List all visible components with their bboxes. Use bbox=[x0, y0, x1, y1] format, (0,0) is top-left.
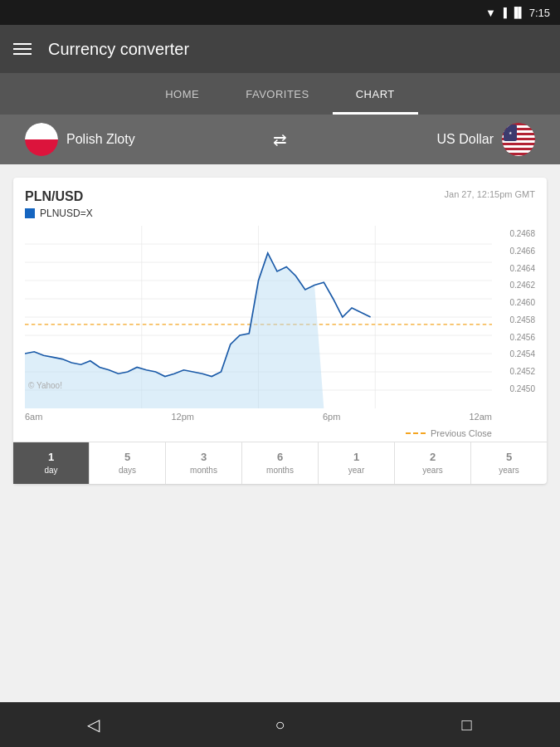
x-label-12pm: 12pm bbox=[171, 412, 194, 422]
chart-svg: © Yahoo! bbox=[25, 226, 492, 408]
period-6months-num: 6 bbox=[277, 451, 283, 465]
time-periods: 1 day 5 days 3 months 6 months 1 year 2 … bbox=[13, 442, 547, 484]
x-label-12am: 12am bbox=[469, 412, 492, 422]
period-2years-unit: years bbox=[422, 465, 442, 476]
wifi-icon: ▼ bbox=[485, 7, 496, 19]
y-label-8: 0.2454 bbox=[495, 349, 535, 359]
home-button[interactable]: ○ bbox=[260, 704, 301, 745]
app-bar: Currency converter bbox=[0, 25, 560, 73]
swap-button[interactable]: ⇄ bbox=[256, 129, 304, 149]
x-axis: 6am 12pm 6pm 12am bbox=[25, 408, 492, 425]
period-5days[interactable]: 5 days bbox=[90, 442, 166, 484]
y-label-3: 0.2464 bbox=[495, 264, 535, 273]
y-label-4: 0.2462 bbox=[495, 281, 535, 290]
prev-close-label: Previous Close bbox=[431, 428, 492, 438]
period-2years-num: 2 bbox=[430, 451, 436, 465]
y-label-10: 0.2450 bbox=[495, 384, 535, 393]
from-currency-name: Polish Zloty bbox=[66, 132, 135, 147]
chart-card: PLN/USD Jan 27, 12:15pm GMT PLNUSD=X bbox=[13, 178, 547, 484]
main-content: PLN/USD Jan 27, 12:15pm GMT PLNUSD=X bbox=[0, 164, 560, 497]
period-3months-num: 3 bbox=[201, 451, 207, 465]
yahoo-credit: © Yahoo! bbox=[28, 379, 62, 393]
tab-chart[interactable]: CHART bbox=[333, 73, 418, 115]
chart-legend: PLNUSD=X bbox=[25, 208, 535, 219]
tab-bar: HOME FAVORITES CHART bbox=[0, 73, 560, 115]
x-label-6pm: 6pm bbox=[323, 412, 340, 422]
period-3months-unit: months bbox=[190, 465, 217, 476]
period-3months[interactable]: 3 months bbox=[166, 442, 242, 484]
currency-bar: Polish Zloty ⇄ US Dollar bbox=[0, 115, 560, 164]
chart-area: © Yahoo! 0.2468 0.2466 0.2464 0.2462 0.2… bbox=[25, 226, 535, 408]
battery-icon: ▐▌ bbox=[511, 7, 525, 18]
to-currency[interactable]: US Dollar bbox=[304, 123, 535, 156]
back-button[interactable]: ◁ bbox=[73, 704, 114, 745]
tab-favorites[interactable]: FAVORITES bbox=[222, 73, 333, 115]
prev-close-legend: Previous Close bbox=[25, 425, 535, 442]
period-1year-num: 1 bbox=[353, 451, 359, 465]
y-label-7: 0.2456 bbox=[495, 333, 535, 342]
to-currency-name: US Dollar bbox=[437, 132, 494, 147]
period-5years[interactable]: 5 years bbox=[471, 442, 547, 484]
app-title: Currency converter bbox=[48, 40, 189, 59]
y-axis: 0.2468 0.2466 0.2464 0.2462 0.2460 0.245… bbox=[492, 226, 535, 408]
period-6months[interactable]: 6 months bbox=[242, 442, 319, 484]
y-label-2: 0.2466 bbox=[495, 247, 535, 256]
y-label-1: 0.2468 bbox=[495, 229, 535, 238]
period-6months-unit: months bbox=[266, 465, 294, 476]
period-1day-unit: day bbox=[44, 465, 57, 476]
period-1year[interactable]: 1 year bbox=[319, 442, 395, 484]
signal-icon: ▐ bbox=[500, 7, 507, 17]
from-currency[interactable]: Polish Zloty bbox=[25, 123, 256, 156]
period-1day-num: 1 bbox=[48, 451, 54, 465]
legend-color bbox=[25, 208, 35, 218]
period-5days-unit: days bbox=[119, 465, 136, 476]
chart-pair-label: PLN/USD bbox=[25, 189, 83, 204]
from-flag bbox=[25, 123, 58, 156]
y-label-5: 0.2460 bbox=[495, 298, 535, 307]
status-bar: ▼ ▐ ▐▌ 7:15 bbox=[0, 0, 560, 25]
period-2years[interactable]: 2 years bbox=[395, 442, 471, 484]
status-icons: ▼ ▐ ▐▌ 7:15 bbox=[485, 7, 550, 19]
y-label-9: 0.2452 bbox=[495, 367, 535, 376]
period-5days-num: 5 bbox=[124, 451, 130, 465]
prev-close-line bbox=[406, 432, 426, 434]
period-5years-num: 5 bbox=[506, 451, 512, 465]
to-flag bbox=[502, 123, 535, 156]
x-label-6am: 6am bbox=[25, 412, 42, 422]
bottom-nav: ◁ ○ □ bbox=[0, 702, 560, 747]
svg-marker-13 bbox=[25, 253, 324, 408]
y-label-6: 0.2458 bbox=[495, 315, 535, 325]
period-5years-unit: years bbox=[499, 465, 519, 476]
period-1day[interactable]: 1 day bbox=[13, 442, 90, 484]
menu-button[interactable] bbox=[13, 43, 32, 55]
chart-header: PLN/USD Jan 27, 12:15pm GMT bbox=[25, 189, 535, 204]
time-display: 7:15 bbox=[529, 7, 550, 19]
chart-ticker: PLNUSD=X bbox=[40, 208, 93, 219]
chart-timestamp: Jan 27, 12:15pm GMT bbox=[445, 189, 535, 199]
tab-home[interactable]: HOME bbox=[142, 73, 222, 115]
recent-button[interactable]: □ bbox=[446, 704, 488, 745]
period-1year-unit: year bbox=[348, 465, 364, 476]
